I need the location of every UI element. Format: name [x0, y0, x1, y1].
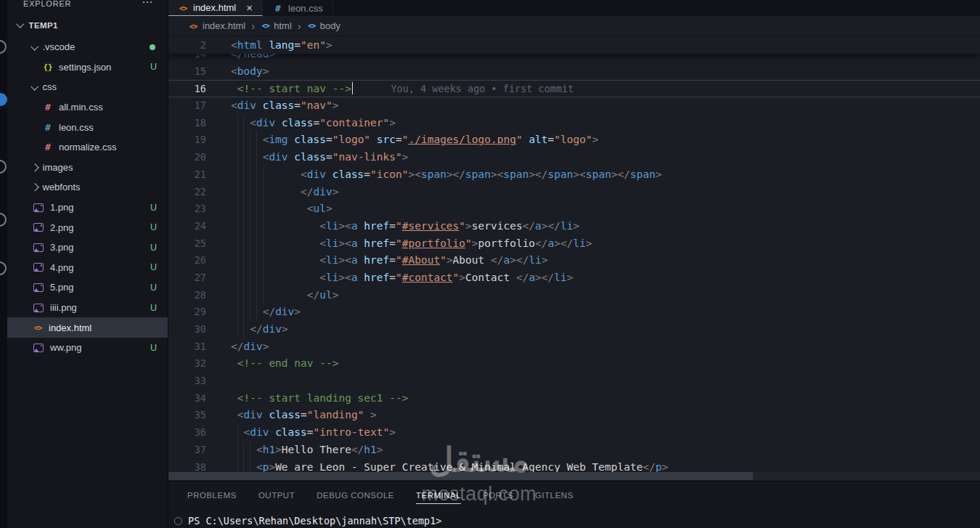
- indent-guide: [243, 184, 244, 201]
- activity-icon[interactable]: [0, 213, 7, 227]
- explorer-item-.vscode[interactable]: .vscode: [7, 37, 168, 57]
- code-line-32[interactable]: 32 <!-- end nav -->: [168, 355, 980, 373]
- terminal[interactable]: PS C:\Users\Rehan\Desktop\jannah\STP\tem…: [174, 515, 442, 527]
- indent-guide: [243, 115, 244, 132]
- panel-tab-output[interactable]: OUTPUT: [258, 491, 295, 504]
- panel-tab-gitlens[interactable]: GITLENS: [535, 491, 573, 504]
- breadcrumb-html[interactable]: <>html: [261, 20, 292, 31]
- indent-guide: [237, 252, 238, 269]
- code-line-22[interactable]: 22 </div>: [168, 184, 980, 201]
- horizontal-scrollbar[interactable]: [168, 472, 980, 480]
- code-line-16[interactable]: 16 <!-- start nav -->You, 4 weeks ago • …: [168, 80, 980, 97]
- indent-guide: [263, 252, 264, 269]
- line-number: 36: [168, 424, 206, 442]
- code-editor[interactable]: 14</head>15<body>16 <!-- start nav -->Yo…: [168, 36, 980, 481]
- indent-guide: [237, 166, 238, 184]
- breadcrumb-index.html[interactable]: <>index.html: [187, 20, 245, 31]
- file-label: ww.png: [50, 342, 81, 353]
- indent-guide: [237, 200, 238, 218]
- activity-bar: [0, 0, 7, 528]
- git-untracked-badge: U: [150, 62, 157, 72]
- tag-icon: <>: [307, 22, 317, 30]
- explorer-item-2.png[interactable]: 2.pngU: [7, 217, 168, 237]
- code-line-25[interactable]: 25 <li><a href="#portfolio">portfolio</a…: [168, 235, 980, 253]
- code-line-27[interactable]: 27 <li><a href="#contact">Contact </a></…: [168, 269, 980, 287]
- explorer-item-leon.css[interactable]: #leon.css: [7, 117, 168, 137]
- code-line-18[interactable]: 18 <div class="container">: [168, 115, 980, 132]
- explorer-item-all.min.css[interactable]: #all.min.css: [7, 97, 168, 118]
- line-number: 21: [168, 166, 206, 184]
- file-label: css: [43, 81, 57, 92]
- explorer-root-folder[interactable]: TEMP1: [7, 17, 168, 33]
- explorer-item-images[interactable]: images: [7, 158, 168, 178]
- file-label: 5.png: [50, 282, 74, 293]
- indent-guide: [256, 200, 257, 218]
- explorer-item-3.png[interactable]: 3.pngU: [7, 237, 168, 258]
- hash-icon: #: [42, 102, 54, 113]
- indent-guide: [256, 149, 257, 166]
- code-line-21[interactable]: 21 <div class="icon"><span></span><span>…: [168, 166, 980, 184]
- indent-guide: [256, 184, 257, 201]
- activity-icon[interactable]: [0, 160, 7, 174]
- panel-tab-problems[interactable]: PROBLEMS: [187, 491, 237, 504]
- code-line-17[interactable]: 17<div class="nav">: [168, 97, 980, 115]
- panel-tab-debug-console[interactable]: DEBUG CONSOLE: [317, 491, 394, 504]
- code-line-23[interactable]: 23 <ul>: [168, 200, 980, 218]
- tab-bar: <>index.html×#leon.css: [168, 0, 980, 16]
- gitlens-blame: You, 4 weeks ago • first commit: [391, 83, 573, 94]
- code-line-37[interactable]: 37 <h1>Hello There</h1>: [168, 442, 980, 459]
- code-line-28[interactable]: 28 </ul>: [168, 287, 980, 304]
- explorer-item-settings.json[interactable]: {}settings.jsonU: [7, 57, 168, 78]
- code-line-20[interactable]: 20 <div class="nav-links">: [168, 149, 980, 166]
- code-line-35[interactable]: 35 <div class="landing" >: [168, 407, 980, 424]
- panel-tab-terminal[interactable]: TERMINAL: [416, 491, 461, 504]
- more-actions-icon[interactable]: ⋯: [142, 0, 153, 7]
- explorer-item-normalize.css[interactable]: #normalize.css: [7, 137, 168, 158]
- indent-guide: [243, 304, 244, 321]
- code-line-15[interactable]: 15<body>: [168, 63, 980, 81]
- activity-badge-icon[interactable]: [0, 93, 7, 106]
- code-line-34[interactable]: 34 <!-- start landing sec1 -->: [168, 390, 980, 407]
- terminal-prompt[interactable]: PS C:\Users\Rehan\Desktop\jannah\STP\tem…: [188, 515, 442, 527]
- explorer-item-4.png[interactable]: 4.pngU: [7, 258, 168, 278]
- explorer-header: EXPLORER ⋯: [7, 0, 168, 10]
- explorer-item-5.png[interactable]: 5.pngU: [7, 277, 168, 298]
- explorer-item-webfonts[interactable]: webfonts: [7, 177, 168, 198]
- explorer-item-1.png[interactable]: 1.pngU: [7, 198, 168, 218]
- code-line-33[interactable]: 33: [168, 373, 980, 390]
- code-line-2[interactable]: 2<html lang="en">: [168, 36, 980, 54]
- panel-tab-bar: PROBLEMSOUTPUTDEBUG CONSOLETERMINALPORTS…: [168, 482, 980, 504]
- code-line-24[interactable]: 24 <li><a href="#services">services</a><…: [168, 218, 980, 235]
- explorer-item-index.html[interactable]: <>index.html: [7, 317, 168, 338]
- indent-guide: [243, 166, 244, 184]
- indent-guide: [243, 149, 244, 166]
- code-line-31[interactable]: 31</div>: [168, 338, 980, 356]
- indent-guide: [237, 287, 238, 304]
- explorer-item-iiii.png[interactable]: iiii.pngU: [7, 298, 168, 318]
- activity-icon[interactable]: [0, 261, 7, 275]
- panel-tab-ports[interactable]: PORTS: [483, 491, 513, 504]
- code-lines: 14</head>15<body>16 <!-- start nav -->Yo…: [168, 46, 980, 476]
- breadcrumb-body[interactable]: <>body: [307, 20, 340, 31]
- sidebar-editor-divider[interactable]: [168, 0, 168, 528]
- html-icon: <>: [32, 323, 44, 332]
- tab-index.html[interactable]: <>index.html×: [168, 0, 263, 16]
- sticky-scroll-line[interactable]: 2<html lang="en">: [168, 36, 980, 54]
- image-file-icon: [33, 304, 44, 312]
- indent-guide: [243, 200, 244, 218]
- image-file-icon: [33, 223, 44, 232]
- horizontal-scrollbar-thumb[interactable]: [168, 472, 753, 480]
- tab-leon.css[interactable]: #leon.css: [263, 0, 333, 16]
- indent-guide: [250, 252, 250, 269]
- code-line-29[interactable]: 29 </div>: [168, 304, 980, 321]
- code-line-19[interactable]: 19 <img class="logo" src="./images/logo.…: [168, 131, 980, 149]
- code-line-30[interactable]: 30 </div>: [168, 321, 980, 338]
- line-number: 19: [168, 131, 206, 149]
- explorer-item-css[interactable]: css: [7, 77, 168, 97]
- activity-icon[interactable]: [0, 40, 7, 54]
- code-line-36[interactable]: 36 <div class="intro-text">: [168, 424, 980, 442]
- code-line-26[interactable]: 26 <li><a href="#About">About </a></li>: [168, 252, 980, 269]
- close-tab-icon[interactable]: ×: [246, 1, 253, 14]
- explorer-item-ww.png[interactable]: ww.pngU: [7, 338, 168, 358]
- tag-icon: <>: [261, 22, 270, 30]
